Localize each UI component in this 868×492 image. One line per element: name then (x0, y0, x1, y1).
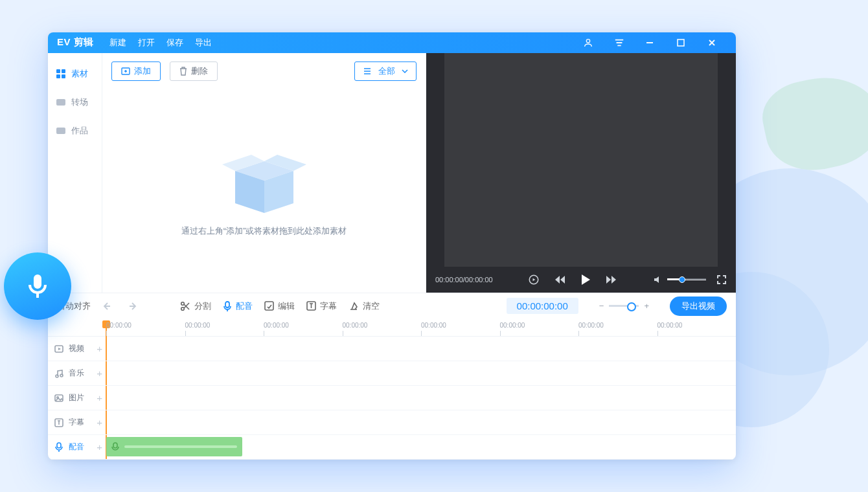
svg-point-0 (586, 39, 589, 42)
svg-point-22 (56, 375, 58, 377)
add-track-icon[interactable]: + (97, 343, 102, 354)
menu-export[interactable]: 导出 (195, 37, 212, 49)
track-dub[interactable]: 配音+ (48, 435, 736, 460)
preview-panel: 00:00:00/00:00:00 (426, 53, 736, 293)
svg-rect-28 (113, 443, 117, 448)
timeline-tracks: 视频+ 音乐+ 图片+ 字幕+ 配音+ (48, 337, 736, 460)
add-track-icon[interactable]: + (97, 417, 102, 428)
titlebar: EV 剪辑 新建 打开 保存 导出 (48, 32, 736, 53)
preview-controls: 00:00:00/00:00:00 (426, 267, 736, 293)
svg-rect-7 (56, 99, 65, 106)
add-track-icon[interactable]: + (97, 368, 102, 379)
svg-rect-5 (56, 74, 60, 78)
record-dub-button[interactable] (4, 252, 71, 320)
preview-time: 00:00:00/00:00:00 (435, 276, 493, 284)
svg-rect-8 (56, 128, 65, 134)
track-video[interactable]: 视频+ (48, 337, 736, 361)
add-track-icon[interactable]: + (97, 392, 102, 403)
preview-viewport[interactable] (444, 53, 718, 267)
volume-icon (653, 275, 662, 284)
svg-point-23 (60, 374, 63, 377)
add-material-button[interactable]: 添加 (111, 62, 161, 81)
left-sidebar: 素材 转场 作品 (48, 53, 102, 293)
svg-rect-4 (62, 69, 65, 73)
user-icon[interactable] (583, 38, 602, 48)
track-music[interactable]: 音乐+ (48, 361, 736, 386)
app-title: EV 剪辑 (57, 36, 94, 49)
mic-icon (111, 442, 119, 451)
rewind-button[interactable] (554, 274, 565, 285)
zoom-slider[interactable]: −+ (599, 301, 649, 311)
minimize-button[interactable] (645, 38, 665, 47)
clear-button[interactable]: 清空 (348, 300, 380, 312)
timeline-time: 00:00:00:00 (507, 300, 578, 311)
timeline-toolbar: 自动对齐 分割 配音 编辑 字幕 清空 00:00:00:00 −+ 导出视频 (48, 293, 736, 319)
maximize-button[interactable] (676, 38, 696, 47)
svg-rect-2 (678, 39, 684, 46)
tab-materials[interactable]: 素材 (48, 60, 102, 88)
add-track-icon[interactable]: + (97, 442, 102, 453)
tab-transition[interactable]: 转场 (48, 88, 102, 117)
materials-toolbar: 添加 删除 全部 (102, 53, 426, 89)
delete-material-button[interactable]: 删除 (170, 62, 218, 81)
edit-button[interactable]: 编辑 (264, 300, 295, 312)
svg-rect-6 (62, 74, 65, 78)
bg-leaf (756, 67, 868, 179)
split-button[interactable]: 分割 (180, 300, 211, 312)
tab-works[interactable]: 作品 (48, 117, 102, 145)
volume-slider[interactable] (653, 275, 706, 284)
undo-button[interactable] (102, 301, 114, 311)
svg-rect-19 (265, 302, 273, 310)
menu-icon[interactable] (614, 38, 634, 47)
materials-filter-dropdown[interactable]: 全部 (354, 62, 417, 81)
track-subtitle[interactable]: 字幕+ (48, 410, 736, 435)
chevron-down-icon (402, 69, 408, 73)
main-menu: 新建 打开 保存 导出 (109, 37, 212, 49)
timeline-ruler[interactable]: 00:00:00 00:00:00 00:00:00 00:00:00 00:0… (48, 319, 736, 337)
menu-new[interactable]: 新建 (109, 37, 126, 49)
menu-open[interactable]: 打开 (138, 37, 155, 49)
export-video-button[interactable]: 导出视频 (670, 296, 727, 316)
dub-clip[interactable] (106, 437, 242, 456)
forward-button[interactable] (606, 274, 617, 285)
empty-box-icon (222, 145, 306, 216)
app-window: EV 剪辑 新建 打开 保存 导出 素材 转场 作品 添加 删除 全部 (48, 32, 736, 460)
main-area: 素材 转场 作品 添加 删除 全部 通过右上角“添加”或将素材拖到此处添加素材 (48, 53, 736, 293)
empty-hint: 通过右上角“添加”或将素材拖到此处添加素材 (181, 225, 347, 237)
materials-empty-state: 通过右上角“添加”或将素材拖到此处添加素材 (102, 89, 426, 293)
menu-save[interactable]: 保存 (166, 37, 183, 49)
svg-rect-18 (225, 302, 229, 308)
svg-rect-3 (56, 69, 60, 73)
subtitle-button[interactable]: 字幕 (306, 300, 337, 312)
loop-button[interactable] (528, 274, 540, 285)
svg-rect-27 (57, 443, 61, 448)
play-button[interactable] (580, 273, 591, 286)
redo-button[interactable] (126, 301, 137, 311)
close-button[interactable] (707, 38, 727, 47)
materials-panel: 添加 删除 全部 通过右上角“添加”或将素材拖到此处添加素材 (102, 53, 426, 293)
dub-button[interactable]: 配音 (223, 300, 253, 312)
fullscreen-button[interactable] (716, 274, 727, 285)
track-image[interactable]: 图片+ (48, 386, 736, 410)
